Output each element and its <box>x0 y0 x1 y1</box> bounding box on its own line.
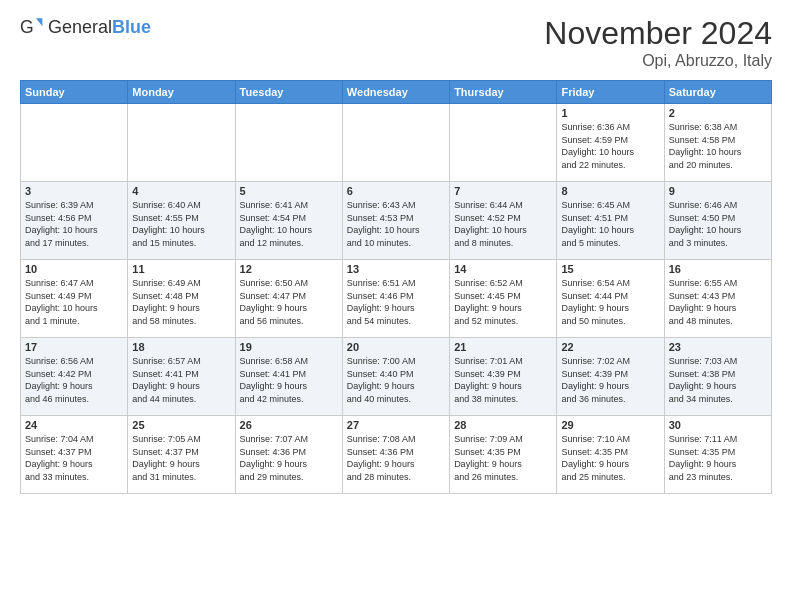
day-info: Sunrise: 7:05 AM Sunset: 4:37 PM Dayligh… <box>132 433 230 483</box>
day-number: 18 <box>132 341 230 353</box>
calendar-week-1: 1Sunrise: 6:36 AM Sunset: 4:59 PM Daylig… <box>21 104 772 182</box>
day-info: Sunrise: 7:04 AM Sunset: 4:37 PM Dayligh… <box>25 433 123 483</box>
calendar-cell: 12Sunrise: 6:50 AM Sunset: 4:47 PM Dayli… <box>235 260 342 338</box>
calendar-cell: 7Sunrise: 6:44 AM Sunset: 4:52 PM Daylig… <box>450 182 557 260</box>
calendar-cell: 5Sunrise: 6:41 AM Sunset: 4:54 PM Daylig… <box>235 182 342 260</box>
day-number: 19 <box>240 341 338 353</box>
day-number: 6 <box>347 185 445 197</box>
weekday-header-friday: Friday <box>557 81 664 104</box>
calendar-cell: 19Sunrise: 6:58 AM Sunset: 4:41 PM Dayli… <box>235 338 342 416</box>
day-number: 29 <box>561 419 659 431</box>
day-number: 21 <box>454 341 552 353</box>
day-number: 17 <box>25 341 123 353</box>
day-info: Sunrise: 7:09 AM Sunset: 4:35 PM Dayligh… <box>454 433 552 483</box>
weekday-header-thursday: Thursday <box>450 81 557 104</box>
day-number: 14 <box>454 263 552 275</box>
calendar-cell: 15Sunrise: 6:54 AM Sunset: 4:44 PM Dayli… <box>557 260 664 338</box>
calendar-cell: 2Sunrise: 6:38 AM Sunset: 4:58 PM Daylig… <box>664 104 771 182</box>
calendar-cell: 27Sunrise: 7:08 AM Sunset: 4:36 PM Dayli… <box>342 416 449 494</box>
calendar-cell: 13Sunrise: 6:51 AM Sunset: 4:46 PM Dayli… <box>342 260 449 338</box>
svg-text:G: G <box>20 17 34 37</box>
calendar-week-4: 17Sunrise: 6:56 AM Sunset: 4:42 PM Dayli… <box>21 338 772 416</box>
logo-icon: G <box>20 15 44 39</box>
month-title: November 2024 <box>544 15 772 52</box>
day-info: Sunrise: 7:02 AM Sunset: 4:39 PM Dayligh… <box>561 355 659 405</box>
day-number: 15 <box>561 263 659 275</box>
logo: G GeneralBlue <box>20 15 151 39</box>
calendar-week-5: 24Sunrise: 7:04 AM Sunset: 4:37 PM Dayli… <box>21 416 772 494</box>
day-number: 30 <box>669 419 767 431</box>
calendar-cell: 16Sunrise: 6:55 AM Sunset: 4:43 PM Dayli… <box>664 260 771 338</box>
calendar-cell: 24Sunrise: 7:04 AM Sunset: 4:37 PM Dayli… <box>21 416 128 494</box>
day-info: Sunrise: 7:08 AM Sunset: 4:36 PM Dayligh… <box>347 433 445 483</box>
calendar-cell <box>21 104 128 182</box>
day-info: Sunrise: 6:57 AM Sunset: 4:41 PM Dayligh… <box>132 355 230 405</box>
title-area: November 2024 Opi, Abruzzo, Italy <box>544 15 772 70</box>
weekday-header-tuesday: Tuesday <box>235 81 342 104</box>
calendar-cell: 22Sunrise: 7:02 AM Sunset: 4:39 PM Dayli… <box>557 338 664 416</box>
weekday-header-wednesday: Wednesday <box>342 81 449 104</box>
calendar-cell: 17Sunrise: 6:56 AM Sunset: 4:42 PM Dayli… <box>21 338 128 416</box>
calendar-cell: 26Sunrise: 7:07 AM Sunset: 4:36 PM Dayli… <box>235 416 342 494</box>
day-info: Sunrise: 6:47 AM Sunset: 4:49 PM Dayligh… <box>25 277 123 327</box>
calendar-cell: 25Sunrise: 7:05 AM Sunset: 4:37 PM Dayli… <box>128 416 235 494</box>
calendar-cell: 28Sunrise: 7:09 AM Sunset: 4:35 PM Dayli… <box>450 416 557 494</box>
calendar-cell <box>128 104 235 182</box>
day-number: 24 <box>25 419 123 431</box>
calendar-cell: 21Sunrise: 7:01 AM Sunset: 4:39 PM Dayli… <box>450 338 557 416</box>
calendar-cell <box>450 104 557 182</box>
day-number: 28 <box>454 419 552 431</box>
logo-general: General <box>48 17 112 37</box>
calendar-cell: 29Sunrise: 7:10 AM Sunset: 4:35 PM Dayli… <box>557 416 664 494</box>
day-info: Sunrise: 7:00 AM Sunset: 4:40 PM Dayligh… <box>347 355 445 405</box>
calendar-week-2: 3Sunrise: 6:39 AM Sunset: 4:56 PM Daylig… <box>21 182 772 260</box>
calendar-table: SundayMondayTuesdayWednesdayThursdayFrid… <box>20 80 772 494</box>
calendar-cell: 11Sunrise: 6:49 AM Sunset: 4:48 PM Dayli… <box>128 260 235 338</box>
day-info: Sunrise: 6:49 AM Sunset: 4:48 PM Dayligh… <box>132 277 230 327</box>
location: Opi, Abruzzo, Italy <box>544 52 772 70</box>
day-info: Sunrise: 6:36 AM Sunset: 4:59 PM Dayligh… <box>561 121 659 171</box>
calendar-cell: 10Sunrise: 6:47 AM Sunset: 4:49 PM Dayli… <box>21 260 128 338</box>
day-number: 12 <box>240 263 338 275</box>
calendar-cell <box>342 104 449 182</box>
logo-blue: Blue <box>112 17 151 37</box>
day-number: 5 <box>240 185 338 197</box>
day-info: Sunrise: 7:07 AM Sunset: 4:36 PM Dayligh… <box>240 433 338 483</box>
day-info: Sunrise: 7:01 AM Sunset: 4:39 PM Dayligh… <box>454 355 552 405</box>
weekday-header-saturday: Saturday <box>664 81 771 104</box>
weekday-header-row: SundayMondayTuesdayWednesdayThursdayFrid… <box>21 81 772 104</box>
day-number: 9 <box>669 185 767 197</box>
weekday-header-sunday: Sunday <box>21 81 128 104</box>
calendar-cell: 4Sunrise: 6:40 AM Sunset: 4:55 PM Daylig… <box>128 182 235 260</box>
day-info: Sunrise: 6:44 AM Sunset: 4:52 PM Dayligh… <box>454 199 552 249</box>
day-number: 11 <box>132 263 230 275</box>
day-number: 8 <box>561 185 659 197</box>
calendar-cell <box>235 104 342 182</box>
day-info: Sunrise: 6:45 AM Sunset: 4:51 PM Dayligh… <box>561 199 659 249</box>
calendar-cell: 3Sunrise: 6:39 AM Sunset: 4:56 PM Daylig… <box>21 182 128 260</box>
calendar-cell: 30Sunrise: 7:11 AM Sunset: 4:35 PM Dayli… <box>664 416 771 494</box>
day-info: Sunrise: 6:41 AM Sunset: 4:54 PM Dayligh… <box>240 199 338 249</box>
calendar-cell: 9Sunrise: 6:46 AM Sunset: 4:50 PM Daylig… <box>664 182 771 260</box>
day-number: 23 <box>669 341 767 353</box>
day-info: Sunrise: 6:43 AM Sunset: 4:53 PM Dayligh… <box>347 199 445 249</box>
day-info: Sunrise: 6:38 AM Sunset: 4:58 PM Dayligh… <box>669 121 767 171</box>
day-number: 1 <box>561 107 659 119</box>
day-info: Sunrise: 6:46 AM Sunset: 4:50 PM Dayligh… <box>669 199 767 249</box>
calendar-cell: 1Sunrise: 6:36 AM Sunset: 4:59 PM Daylig… <box>557 104 664 182</box>
day-number: 2 <box>669 107 767 119</box>
calendar-cell: 8Sunrise: 6:45 AM Sunset: 4:51 PM Daylig… <box>557 182 664 260</box>
calendar-cell: 23Sunrise: 7:03 AM Sunset: 4:38 PM Dayli… <box>664 338 771 416</box>
day-number: 20 <box>347 341 445 353</box>
page-container: G GeneralBlue November 2024 Opi, Abruzzo… <box>0 0 792 504</box>
day-number: 3 <box>25 185 123 197</box>
day-number: 27 <box>347 419 445 431</box>
weekday-header-monday: Monday <box>128 81 235 104</box>
day-info: Sunrise: 6:52 AM Sunset: 4:45 PM Dayligh… <box>454 277 552 327</box>
day-info: Sunrise: 6:40 AM Sunset: 4:55 PM Dayligh… <box>132 199 230 249</box>
day-number: 13 <box>347 263 445 275</box>
day-number: 25 <box>132 419 230 431</box>
day-info: Sunrise: 6:50 AM Sunset: 4:47 PM Dayligh… <box>240 277 338 327</box>
day-info: Sunrise: 7:11 AM Sunset: 4:35 PM Dayligh… <box>669 433 767 483</box>
day-number: 26 <box>240 419 338 431</box>
